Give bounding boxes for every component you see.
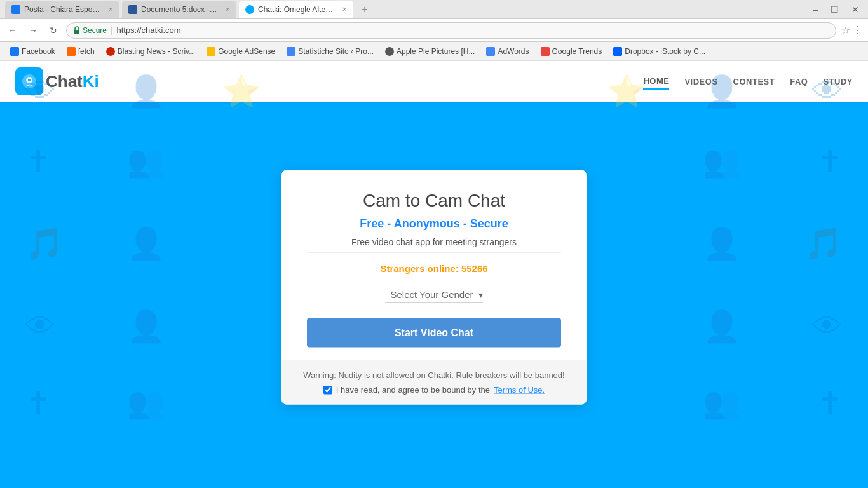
title-bar: Posta - Chiara Esposito ... ✕ Documento … <box>0 0 868 19</box>
nav-videos[interactable]: VIDEOS <box>684 74 717 89</box>
address-input[interactable]: Secure | https://chatki.com <box>66 22 836 39</box>
nav-faq[interactable]: FAQ <box>790 74 808 89</box>
bookmark-label-apple: Apple Pie Pictures [H... <box>397 47 475 56</box>
bookmark-trends[interactable]: Google Trends <box>536 46 607 57</box>
logo-text: ChatKi <box>46 72 99 92</box>
warning-text: Warning: Nudity is not allowed on Chatki… <box>297 370 571 380</box>
tab-favicon-word <box>128 5 137 14</box>
bookmark-icon-apple <box>385 47 394 56</box>
bookmark-icon-adwords <box>486 47 495 56</box>
back-button[interactable]: ← <box>5 23 20 38</box>
bookmark-apple[interactable]: Apple Pie Pictures [H... <box>380 46 480 57</box>
tab-favicon-posta <box>11 5 20 14</box>
nav-contest[interactable]: CONTEST <box>733 74 775 89</box>
tab-close-posta[interactable]: ✕ <box>108 6 113 13</box>
bg-icon-11: 🎵 <box>25 226 64 262</box>
minimize-button[interactable]: – <box>809 3 822 16</box>
tab-new-button[interactable]: + <box>356 1 374 18</box>
tab-label-word: Documento 5.docx - Mic... <box>141 5 219 14</box>
bg-icon-14: 🎵 <box>804 226 843 262</box>
tab-label-posta: Posta - Chiara Esposito ... <box>24 5 102 14</box>
bookmark-label-adsense: Google AdSense <box>218 47 275 56</box>
card-footer: Warning: Nudity is not allowed on Chatki… <box>281 360 587 405</box>
tab-close-word[interactable]: ✕ <box>225 6 230 13</box>
bg-icon-10: ✝ <box>817 144 843 179</box>
bg-icon-19: ✝ <box>25 385 51 421</box>
nav-study[interactable]: STUDY <box>823 74 853 89</box>
svg-point-3 <box>28 79 31 81</box>
address-text: https://chatki.com <box>116 25 180 35</box>
tab-posta[interactable]: Posta - Chiara Esposito ... ✕ <box>5 1 119 18</box>
bg-icon-16: 👤 <box>127 309 165 344</box>
window-controls: – ☐ ✕ <box>809 3 863 16</box>
bg-icon-9: 👥 <box>703 144 741 179</box>
maximize-button[interactable]: ☐ <box>827 3 843 16</box>
bookmarks-bar: Facebook fetch Blasting News - Scriv... … <box>0 42 868 61</box>
logo-chat: Chat <box>46 72 83 91</box>
terms-checkbox[interactable] <box>323 385 332 394</box>
bookmark-dropbox[interactable]: Dropbox - iStock by C... <box>608 46 710 57</box>
terms-prefix: I have read, and agree to be bound by th… <box>336 385 490 395</box>
start-video-chat-button[interactable]: Start Video Chat <box>307 318 561 348</box>
nav-menu: HOME VIDEOS CONTEST FAQ STUDY <box>643 74 853 90</box>
gender-select-label[interactable]: Select Your Gender <box>385 287 478 302</box>
bookmark-label-dropbox: Dropbox - iStock by C... <box>625 47 705 56</box>
terms-row: I have read, and agree to be bound by th… <box>297 385 571 395</box>
strangers-online-count: Strangers online: 55266 <box>307 263 561 274</box>
bg-icon-22: ✝ <box>817 385 843 421</box>
gender-dropdown-arrow[interactable]: ▾ <box>478 289 483 299</box>
bookmark-blasting[interactable]: Blasting News - Scriv... <box>101 46 200 57</box>
address-actions: ☆ ⋮ <box>841 24 863 36</box>
bookmark-icon-fetch <box>67 47 76 56</box>
secure-text: Secure <box>83 26 107 35</box>
bookmark-label-adwords: AdWords <box>498 47 529 56</box>
bookmark-label-statistiche: Statistiche Sito ‹ Pro... <box>298 47 374 56</box>
bookmark-statistiche[interactable]: Statistiche Sito ‹ Pro... <box>281 46 379 57</box>
star-button[interactable]: ☆ <box>841 24 850 36</box>
svg-rect-4 <box>27 85 32 86</box>
tab-close-chatki[interactable]: ✕ <box>342 6 347 13</box>
bookmark-facebook[interactable]: Facebook <box>5 46 60 57</box>
bg-icon-12: 👤 <box>127 226 165 262</box>
bg-icon-8: 👥 <box>127 144 165 179</box>
bookmark-fetch[interactable]: fetch <box>62 46 100 57</box>
tab-word[interactable]: Documento 5.docx - Mic... ✕ <box>122 1 236 18</box>
nav-home[interactable]: HOME <box>643 74 669 90</box>
bookmark-adwords[interactable]: AdWords <box>481 46 534 57</box>
card-subtitle: Free - Anonymous - Secure <box>307 217 561 231</box>
gender-select-wrapper[interactable]: Select Your Gender ▾ <box>385 287 482 303</box>
bookmark-label-facebook: Facebook <box>22 47 55 56</box>
bookmark-icon-blasting <box>106 47 115 56</box>
bookmark-icon-facebook <box>10 47 19 56</box>
bookmark-adsense[interactable]: Google AdSense <box>201 46 280 57</box>
tab-label-chatki: Chatki: Omegle Alternati... <box>258 5 336 14</box>
browser-chrome: Posta - Chiara Esposito ... ✕ Documento … <box>0 0 868 61</box>
svg-rect-0 <box>74 30 79 34</box>
bookmark-label-trends: Google Trends <box>552 47 602 56</box>
lock-icon <box>73 26 81 35</box>
bookmark-icon-trends <box>541 47 550 56</box>
bookmark-label-fetch: fetch <box>78 47 95 56</box>
bookmark-icon-statistiche <box>287 47 295 56</box>
forward-button[interactable]: → <box>25 23 41 38</box>
card-description: Free video chat app for meeting stranger… <box>307 237 561 247</box>
site-logo[interactable]: ChatKi <box>15 67 99 95</box>
close-button[interactable]: ✕ <box>848 3 863 16</box>
address-divider: | <box>111 25 112 35</box>
terms-of-use-link[interactable]: Terms of Use. <box>494 385 545 395</box>
bookmark-label-blasting: Blasting News - Scriv... <box>118 47 195 56</box>
secure-badge: Secure <box>73 26 107 35</box>
website: 👁 👤 ⭐ ⭐ 👤 👁 ✝ 👥 👥 ✝ 🎵 👤 👤 🎵 👁 👤 👤 👁 ✝ 👥 … <box>0 61 868 488</box>
bg-icon-7: ✝ <box>25 144 51 179</box>
address-bar: ← → ↻ Secure | https://chatki.com ☆ ⋮ <box>0 19 868 42</box>
logo-ki: Ki <box>83 72 99 91</box>
menu-button[interactable]: ⋮ <box>853 24 863 36</box>
bg-icon-13: 👤 <box>703 226 741 262</box>
card-divider <box>307 252 561 253</box>
bg-icon-20: 👥 <box>127 385 165 421</box>
tab-chatki[interactable]: Chatki: Omegle Alternati... ✕ <box>239 1 353 18</box>
refresh-button[interactable]: ↻ <box>46 23 61 38</box>
main-card: Cam to Cam Chat Free - Anonymous - Secur… <box>281 170 587 405</box>
bg-icon-17: 👤 <box>703 309 741 344</box>
site-navigation: ChatKi HOME VIDEOS CONTEST FAQ STUDY <box>0 61 868 102</box>
